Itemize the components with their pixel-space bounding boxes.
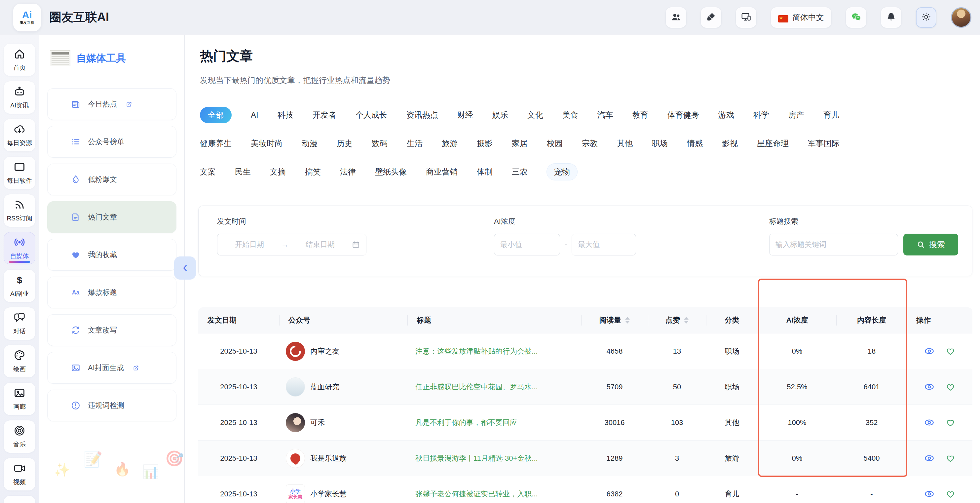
notifications-button[interactable] <box>881 7 901 28</box>
view-button[interactable] <box>924 417 935 428</box>
category-tag[interactable]: 搞笑 <box>305 164 321 180</box>
ai-max-input[interactable] <box>572 234 636 255</box>
sort-descending-icon[interactable] <box>684 321 689 323</box>
sidebar-item-hot-titles[interactable]: Aa爆款标题 <box>47 277 177 308</box>
category-tag[interactable]: 教育 <box>632 107 648 123</box>
category-tag[interactable]: 个人成长 <box>356 107 387 123</box>
rail-item-gallery[interactable]: 画廊 <box>4 383 35 415</box>
category-tag[interactable]: 其他 <box>617 135 633 152</box>
rail-item-home[interactable]: 首页 <box>4 44 35 76</box>
sidebar-item-hot-articles[interactable]: 热门文章 <box>47 201 177 233</box>
rail-item-more[interactable] <box>4 496 35 503</box>
sidebar-item-account-ranking[interactable]: 公众号榜单 <box>47 126 177 158</box>
category-tag[interactable]: 影视 <box>722 135 738 152</box>
search-button[interactable]: 搜索 <box>904 234 958 255</box>
clean-button[interactable] <box>701 7 721 28</box>
category-tag[interactable]: 职场 <box>652 135 668 152</box>
article-title-link[interactable]: 凡是不利于你的事，都不要回应 <box>407 418 581 428</box>
category-tag[interactable]: 科技 <box>278 107 293 123</box>
category-tag[interactable]: 民生 <box>235 164 251 180</box>
title-search-input[interactable] <box>769 234 898 255</box>
category-tag[interactable]: 宗教 <box>582 135 598 152</box>
app-logo[interactable]: Ai 圈友互联 <box>13 4 41 32</box>
article-title-link[interactable]: 注意：这些发放津贴补贴的行为会被... <box>407 346 581 356</box>
sidebar-item-ai-cover[interactable]: AI封面生成 <box>47 352 177 384</box>
category-tag[interactable]: 游戏 <box>718 107 734 123</box>
article-title-link[interactable]: 张馨予老公何捷被证实已转业，入职... <box>407 489 581 499</box>
category-tag[interactable]: 法律 <box>340 164 356 180</box>
category-tag[interactable]: 三农 <box>512 164 528 180</box>
rail-item-painting[interactable]: 绘画 <box>4 345 35 377</box>
category-tag[interactable]: 文化 <box>527 107 543 123</box>
theme-button[interactable] <box>916 7 936 28</box>
sidebar-item-article-rewrite[interactable]: 文章改写 <box>47 314 177 346</box>
date-start-placeholder[interactable]: 开始日期 <box>223 240 275 250</box>
category-tag[interactable]: 文摘 <box>270 164 286 180</box>
category-tag[interactable]: 文案 <box>200 164 216 180</box>
category-tag[interactable]: 科学 <box>753 107 769 123</box>
favorite-button[interactable] <box>945 346 956 356</box>
ai-min-input[interactable] <box>494 234 560 255</box>
devices-button[interactable] <box>736 7 756 28</box>
favorite-button[interactable] <box>945 453 956 463</box>
sidebar-item-my-favorites[interactable]: 我的收藏 <box>47 239 177 271</box>
category-tag[interactable]: 体制 <box>477 164 493 180</box>
rail-item-ai-sideline[interactable]: $AI副业 <box>4 270 35 302</box>
category-tag[interactable]: 军事国际 <box>808 135 840 152</box>
rail-item-video[interactable]: 视频 <box>4 458 35 490</box>
category-tag[interactable]: 财经 <box>457 107 473 123</box>
favorite-button[interactable] <box>945 489 956 499</box>
date-range-input[interactable]: 开始日期 → 结束日期 <box>217 234 366 255</box>
category-tag[interactable]: 家居 <box>512 135 528 152</box>
favorite-button[interactable] <box>945 382 956 392</box>
category-tag[interactable]: AI <box>251 107 258 123</box>
view-button[interactable] <box>924 489 935 499</box>
category-tag[interactable]: 校园 <box>547 135 563 152</box>
category-tag[interactable]: 情感 <box>687 135 703 152</box>
category-tag[interactable]: 育儿 <box>823 107 839 123</box>
rail-item-daily-software[interactable]: 每日软件 <box>4 157 35 189</box>
sidebar-collapse-button[interactable]: ‹ <box>174 256 196 280</box>
rail-item-music[interactable]: 音乐 <box>4 420 35 453</box>
category-tag[interactable]: 美食 <box>562 107 578 123</box>
article-title-link[interactable]: 任正非感叹巴比伦空中花园、罗马水... <box>407 382 581 392</box>
favorite-button[interactable] <box>945 417 956 428</box>
category-tag[interactable]: 美妆时尚 <box>251 135 283 152</box>
rail-item-chat[interactable]: 对话 <box>4 307 35 340</box>
date-end-placeholder[interactable]: 结束日期 <box>294 240 346 250</box>
sidebar-item-today-hot[interactable]: 今日热点 <box>47 88 177 120</box>
article-title-link[interactable]: 秋日揽景漫游季丨11月精选 30+金秋... <box>407 454 581 463</box>
rail-item-ai-news[interactable]: AI资讯 <box>4 81 35 114</box>
category-tag[interactable]: 摄影 <box>477 135 493 152</box>
rail-item-daily-resources[interactable]: 每日资源 <box>4 119 35 151</box>
sidebar-item-low-fan-articles[interactable]: 低粉爆文 <box>47 164 177 195</box>
sort-control[interactable] <box>684 317 689 323</box>
category-tag[interactable]: 体育健身 <box>667 107 699 123</box>
language-button[interactable]: ★简体中文 <box>771 7 831 28</box>
category-tag[interactable]: 娱乐 <box>492 107 508 123</box>
category-tag[interactable]: 房产 <box>788 107 804 123</box>
category-tag[interactable]: 星座命理 <box>757 135 789 152</box>
sort-ascending-icon[interactable] <box>625 317 630 320</box>
category-tag[interactable]: 数码 <box>372 135 388 152</box>
view-button[interactable] <box>924 381 935 392</box>
category-tag[interactable]: 汽车 <box>597 107 613 123</box>
category-tag[interactable]: 历史 <box>337 135 353 152</box>
category-tag[interactable]: 资讯热点 <box>406 107 438 123</box>
category-tag[interactable]: 健康养生 <box>200 135 232 152</box>
sort-descending-icon[interactable] <box>625 321 630 323</box>
category-tag[interactable]: 宠物 <box>547 164 577 180</box>
category-tag[interactable]: 商业营销 <box>426 164 458 180</box>
view-button[interactable] <box>924 346 935 357</box>
rail-item-self-media[interactable]: 自媒体 <box>4 232 35 264</box>
wechat-button[interactable] <box>846 7 866 28</box>
category-tag[interactable]: 生活 <box>407 135 423 152</box>
category-tag[interactable]: 动漫 <box>302 135 318 152</box>
members-button[interactable] <box>666 7 686 28</box>
category-tag[interactable]: 全部 <box>200 107 232 123</box>
category-tag[interactable]: 壁纸头像 <box>375 164 407 180</box>
sort-control[interactable] <box>625 317 630 323</box>
sidebar-item-forbidden-words[interactable]: 违规词检测 <box>47 390 177 421</box>
view-button[interactable] <box>924 453 935 464</box>
rail-item-rss-subscribe[interactable]: RSS订阅 <box>4 194 35 227</box>
